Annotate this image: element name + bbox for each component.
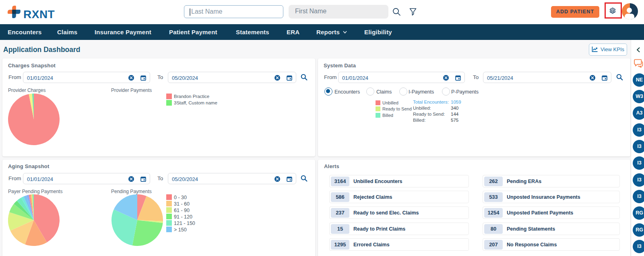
svg-text:RXNT: RXNT bbox=[23, 8, 55, 21]
